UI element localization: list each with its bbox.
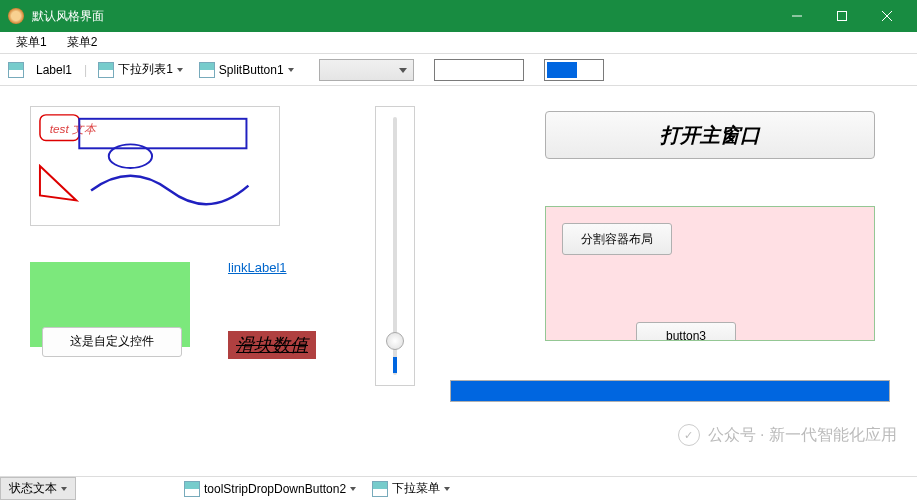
svg-rect-5 bbox=[79, 119, 246, 149]
status-dropdown-menu[interactable]: 下拉菜单 bbox=[364, 478, 458, 499]
toolbar-splitbutton1-label: SplitButton1 bbox=[219, 63, 284, 77]
custom-control-container: 这是自定义控件 bbox=[30, 262, 190, 347]
split-layout-button[interactable]: 分割容器布局 bbox=[562, 223, 672, 255]
window-title: 默认风格界面 bbox=[32, 8, 774, 25]
drawing-panel: test 文本 bbox=[30, 106, 280, 226]
toolbar-label1: Label1 bbox=[30, 63, 78, 77]
toolbar-dropdown1[interactable]: 下拉列表1 bbox=[93, 58, 188, 81]
watermark: ✓ 公众号 · 新一代智能化应用 bbox=[678, 424, 897, 446]
progress-fill bbox=[451, 381, 889, 401]
progress-bar bbox=[450, 380, 890, 402]
toolbar-textbox[interactable] bbox=[434, 59, 524, 81]
menu-item-1[interactable]: 菜单1 bbox=[6, 32, 57, 53]
image-icon bbox=[98, 62, 114, 78]
toolbar-color-swatch[interactable] bbox=[544, 59, 604, 81]
maximize-button[interactable] bbox=[819, 0, 864, 32]
toolbar-combobox[interactable] bbox=[319, 59, 414, 81]
status-dropdown-menu-label: 下拉菜单 bbox=[392, 480, 440, 497]
svg-rect-1 bbox=[837, 12, 846, 21]
chevron-down-icon bbox=[61, 487, 67, 491]
status-text[interactable]: 状态文本 bbox=[0, 477, 76, 500]
close-button[interactable] bbox=[864, 0, 909, 32]
slider-mark bbox=[393, 357, 397, 373]
custom-control-button[interactable]: 这是自定义控件 bbox=[42, 327, 182, 357]
content-area: test 文本 linkLabel1 这是自定义控件 滑块数值 打开主窗口 分割… bbox=[0, 86, 917, 476]
color-fill bbox=[547, 62, 577, 78]
link-label[interactable]: linkLabel1 bbox=[228, 260, 287, 275]
menu-item-2[interactable]: 菜单2 bbox=[57, 32, 108, 53]
slider-thumb[interactable] bbox=[386, 332, 404, 350]
toolbar-dropdown1-label: 下拉列表1 bbox=[118, 61, 173, 78]
open-main-window-button[interactable]: 打开主窗口 bbox=[545, 111, 875, 159]
image-icon bbox=[199, 62, 215, 78]
status-text-label: 状态文本 bbox=[9, 480, 57, 497]
button3[interactable]: button3 bbox=[636, 322, 736, 341]
toolbar-splitbutton1[interactable]: SplitButton1 bbox=[194, 59, 299, 81]
wechat-icon: ✓ bbox=[678, 424, 700, 446]
status-dropdown-button[interactable]: toolStripDropDownButton2 bbox=[176, 479, 364, 499]
drawing-text: test 文本 bbox=[50, 122, 97, 136]
chevron-down-icon bbox=[177, 68, 183, 72]
toolbar: Label1 | 下拉列表1 SplitButton1 bbox=[0, 54, 917, 86]
title-bar: 默认风格界面 bbox=[0, 0, 917, 32]
image-icon bbox=[8, 62, 24, 78]
chevron-down-icon bbox=[444, 487, 450, 491]
menu-bar: 菜单1 菜单2 bbox=[0, 32, 917, 54]
minimize-button[interactable] bbox=[774, 0, 819, 32]
status-dropdown-label: toolStripDropDownButton2 bbox=[204, 482, 346, 496]
status-bar: 状态文本 toolStripDropDownButton2 下拉菜单 bbox=[0, 476, 917, 500]
vertical-slider[interactable] bbox=[375, 106, 415, 386]
chevron-down-icon bbox=[288, 68, 294, 72]
slider-value-label: 滑块数值 bbox=[228, 331, 316, 359]
app-icon bbox=[8, 8, 24, 24]
chevron-down-icon bbox=[350, 487, 356, 491]
image-icon bbox=[372, 481, 388, 497]
image-icon bbox=[184, 481, 200, 497]
split-container: 分割容器布局 button3 bbox=[545, 206, 875, 341]
watermark-text: 公众号 · 新一代智能化应用 bbox=[708, 425, 897, 446]
